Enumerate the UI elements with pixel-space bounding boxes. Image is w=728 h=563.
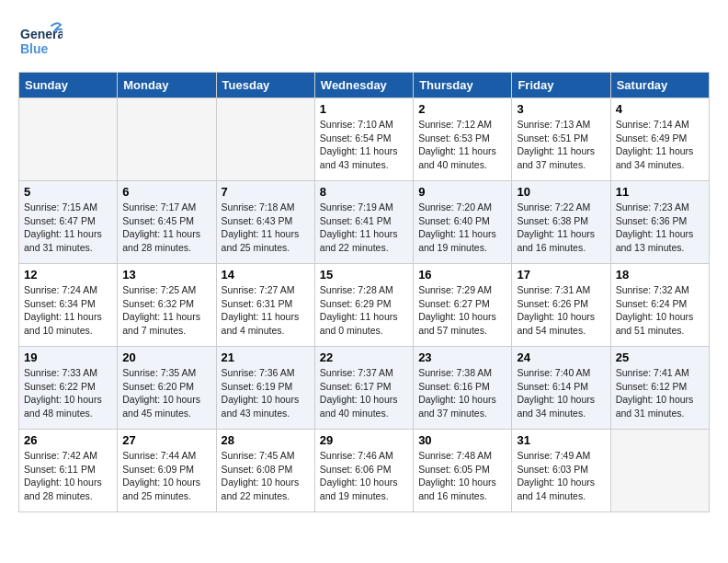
calendar-day: 19Sunrise: 7:33 AM Sunset: 6:22 PM Dayli… <box>19 347 118 430</box>
day-number: 9 <box>418 185 506 199</box>
calendar-day: 7Sunrise: 7:18 AM Sunset: 6:43 PM Daylig… <box>216 181 314 264</box>
day-info: Sunrise: 7:37 AM Sunset: 6:17 PM Dayligh… <box>320 366 408 420</box>
day-number: 11 <box>616 185 704 199</box>
calendar-day: 15Sunrise: 7:28 AM Sunset: 6:29 PM Dayli… <box>314 264 413 347</box>
day-number: 24 <box>517 350 605 364</box>
day-info: Sunrise: 7:25 AM Sunset: 6:32 PM Dayligh… <box>122 283 210 338</box>
weekday-header-saturday: Saturday <box>610 73 709 98</box>
calendar-day: 14Sunrise: 7:27 AM Sunset: 6:31 PM Dayli… <box>216 264 314 347</box>
calendar-week-5: 26Sunrise: 7:42 AM Sunset: 6:11 PM Dayli… <box>19 430 710 512</box>
day-info: Sunrise: 7:22 AM Sunset: 6:38 PM Dayligh… <box>517 201 605 255</box>
logo: General Blue <box>18 18 63 63</box>
day-info: Sunrise: 7:49 AM Sunset: 6:03 PM Dayligh… <box>517 449 605 503</box>
day-info: Sunrise: 7:13 AM Sunset: 6:51 PM Dayligh… <box>517 118 605 172</box>
calendar-day: 31Sunrise: 7:49 AM Sunset: 6:03 PM Dayli… <box>512 430 610 512</box>
day-number: 2 <box>418 102 506 116</box>
calendar-day: 27Sunrise: 7:44 AM Sunset: 6:09 PM Dayli… <box>118 430 216 512</box>
day-info: Sunrise: 7:27 AM Sunset: 6:31 PM Dayligh… <box>222 283 310 338</box>
calendar-day: 11Sunrise: 7:23 AM Sunset: 6:36 PM Dayli… <box>610 181 709 264</box>
day-number: 28 <box>222 433 310 447</box>
day-info: Sunrise: 7:38 AM Sunset: 6:16 PM Dayligh… <box>418 366 506 420</box>
day-number: 6 <box>122 185 210 199</box>
day-info: Sunrise: 7:46 AM Sunset: 6:06 PM Dayligh… <box>320 449 408 503</box>
calendar-day: 8Sunrise: 7:19 AM Sunset: 6:41 PM Daylig… <box>314 181 413 264</box>
day-info: Sunrise: 7:40 AM Sunset: 6:14 PM Dayligh… <box>517 366 605 420</box>
day-info: Sunrise: 7:33 AM Sunset: 6:22 PM Dayligh… <box>24 366 112 420</box>
day-info: Sunrise: 7:44 AM Sunset: 6:09 PM Dayligh… <box>122 449 210 503</box>
day-number: 1 <box>320 102 408 116</box>
day-number: 4 <box>616 102 704 116</box>
calendar-day: 3Sunrise: 7:13 AM Sunset: 6:51 PM Daylig… <box>512 98 610 181</box>
weekday-header-monday: Monday <box>118 73 216 98</box>
calendar-day: 26Sunrise: 7:42 AM Sunset: 6:11 PM Dayli… <box>19 430 118 512</box>
day-number: 31 <box>517 433 605 447</box>
day-number: 18 <box>616 268 704 282</box>
weekday-header-friday: Friday <box>512 73 610 98</box>
day-info: Sunrise: 7:48 AM Sunset: 6:05 PM Dayligh… <box>418 449 506 503</box>
calendar-day: 30Sunrise: 7:48 AM Sunset: 6:05 PM Dayli… <box>414 430 512 512</box>
day-info: Sunrise: 7:36 AM Sunset: 6:19 PM Dayligh… <box>222 366 310 420</box>
calendar-day: 13Sunrise: 7:25 AM Sunset: 6:32 PM Dayli… <box>118 264 216 347</box>
calendar-day: 6Sunrise: 7:17 AM Sunset: 6:45 PM Daylig… <box>118 181 216 264</box>
calendar-day: 29Sunrise: 7:46 AM Sunset: 6:06 PM Dayli… <box>314 430 413 512</box>
weekday-header-tuesday: Tuesday <box>216 73 314 98</box>
day-number: 16 <box>418 268 506 282</box>
day-info: Sunrise: 7:32 AM Sunset: 6:24 PM Dayligh… <box>616 283 704 338</box>
weekday-header-thursday: Thursday <box>414 73 512 98</box>
day-number: 30 <box>418 433 506 447</box>
calendar-day <box>118 98 216 181</box>
calendar-day: 9Sunrise: 7:20 AM Sunset: 6:40 PM Daylig… <box>414 181 512 264</box>
calendar-week-3: 12Sunrise: 7:24 AM Sunset: 6:34 PM Dayli… <box>19 264 710 347</box>
weekday-header-wednesday: Wednesday <box>314 73 413 98</box>
calendar-day <box>19 98 118 181</box>
calendar-day: 12Sunrise: 7:24 AM Sunset: 6:34 PM Dayli… <box>19 264 118 347</box>
day-number: 19 <box>24 350 112 364</box>
calendar-day <box>216 98 314 181</box>
day-number: 23 <box>418 350 506 364</box>
day-number: 8 <box>320 185 408 199</box>
day-number: 10 <box>517 185 605 199</box>
day-number: 17 <box>517 268 605 282</box>
weekday-header-row: SundayMondayTuesdayWednesdayThursdayFrid… <box>19 73 710 98</box>
day-number: 25 <box>616 350 704 364</box>
day-info: Sunrise: 7:28 AM Sunset: 6:29 PM Dayligh… <box>320 283 408 338</box>
day-info: Sunrise: 7:19 AM Sunset: 6:41 PM Dayligh… <box>320 201 408 255</box>
calendar-week-4: 19Sunrise: 7:33 AM Sunset: 6:22 PM Dayli… <box>19 347 710 430</box>
day-number: 26 <box>24 433 112 447</box>
day-number: 5 <box>24 185 112 199</box>
day-number: 21 <box>222 350 310 364</box>
day-info: Sunrise: 7:12 AM Sunset: 6:53 PM Dayligh… <box>418 118 506 172</box>
day-info: Sunrise: 7:29 AM Sunset: 6:27 PM Dayligh… <box>418 283 506 338</box>
day-number: 29 <box>320 433 408 447</box>
calendar-day: 20Sunrise: 7:35 AM Sunset: 6:20 PM Dayli… <box>118 347 216 430</box>
logo-svg: General Blue <box>18 18 63 63</box>
calendar-day: 23Sunrise: 7:38 AM Sunset: 6:16 PM Dayli… <box>414 347 512 430</box>
day-info: Sunrise: 7:35 AM Sunset: 6:20 PM Dayligh… <box>122 366 210 420</box>
day-info: Sunrise: 7:31 AM Sunset: 6:26 PM Dayligh… <box>517 283 605 338</box>
calendar-day: 10Sunrise: 7:22 AM Sunset: 6:38 PM Dayli… <box>512 181 610 264</box>
day-info: Sunrise: 7:18 AM Sunset: 6:43 PM Dayligh… <box>222 201 310 255</box>
day-number: 14 <box>222 268 310 282</box>
day-info: Sunrise: 7:20 AM Sunset: 6:40 PM Dayligh… <box>418 201 506 255</box>
calendar-day: 25Sunrise: 7:41 AM Sunset: 6:12 PM Dayli… <box>610 347 709 430</box>
calendar-day: 1Sunrise: 7:10 AM Sunset: 6:54 PM Daylig… <box>314 98 413 181</box>
calendar-day: 17Sunrise: 7:31 AM Sunset: 6:26 PM Dayli… <box>512 264 610 347</box>
svg-text:Blue: Blue <box>20 41 49 56</box>
calendar-day: 4Sunrise: 7:14 AM Sunset: 6:49 PM Daylig… <box>610 98 709 181</box>
day-number: 20 <box>122 350 210 364</box>
calendar-day: 22Sunrise: 7:37 AM Sunset: 6:17 PM Dayli… <box>314 347 413 430</box>
calendar-week-2: 5Sunrise: 7:15 AM Sunset: 6:47 PM Daylig… <box>19 181 710 264</box>
day-number: 12 <box>24 268 112 282</box>
calendar-table: SundayMondayTuesdayWednesdayThursdayFrid… <box>18 72 710 512</box>
weekday-header-sunday: Sunday <box>19 73 118 98</box>
day-info: Sunrise: 7:45 AM Sunset: 6:08 PM Dayligh… <box>222 449 310 503</box>
day-info: Sunrise: 7:10 AM Sunset: 6:54 PM Dayligh… <box>320 118 408 172</box>
calendar-day: 28Sunrise: 7:45 AM Sunset: 6:08 PM Dayli… <box>216 430 314 512</box>
day-number: 22 <box>320 350 408 364</box>
calendar-day <box>610 430 709 512</box>
day-info: Sunrise: 7:15 AM Sunset: 6:47 PM Dayligh… <box>24 201 112 255</box>
day-info: Sunrise: 7:24 AM Sunset: 6:34 PM Dayligh… <box>24 283 112 338</box>
day-info: Sunrise: 7:14 AM Sunset: 6:49 PM Dayligh… <box>616 118 704 172</box>
day-number: 3 <box>517 102 605 116</box>
day-number: 13 <box>122 268 210 282</box>
